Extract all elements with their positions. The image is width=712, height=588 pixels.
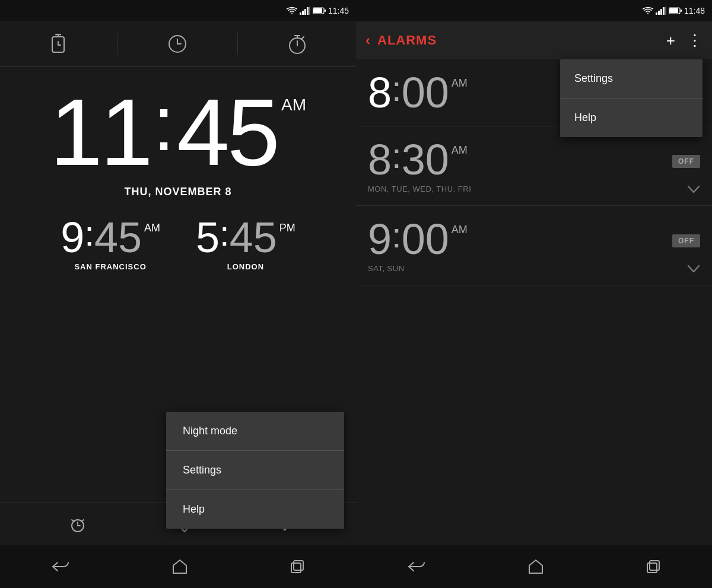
svg-rect-26	[647, 563, 657, 573]
alarm-item-2[interactable]: 8 : 30 AM OFF MON, TUE, WED, THU, FRI	[356, 126, 712, 206]
alarm-2-days: MON, TUE, WED, THU, FRI	[368, 185, 700, 193]
back-button-right[interactable]	[408, 560, 425, 573]
alarm-2-toggle[interactable]: OFF	[672, 155, 700, 168]
svg-rect-19	[658, 11, 660, 15]
alarm-1-hour: 8	[368, 71, 392, 114]
alarm-nav-icon[interactable]	[69, 516, 86, 533]
london-city: LONDON	[227, 262, 264, 271]
world-clock-sf: 9 : 45 AM SAN FRANCISCO	[61, 216, 160, 271]
alarm-2-hour: 8	[368, 138, 392, 181]
stopwatch-icon[interactable]	[287, 33, 307, 55]
svg-rect-27	[650, 561, 659, 570]
alarm-1-colon: :	[392, 71, 402, 107]
main-minute: 45	[177, 85, 278, 180]
right-status-icons: 11:48	[643, 6, 705, 15]
back-arrow[interactable]: ‹	[365, 32, 370, 49]
home-button-left[interactable]	[172, 559, 187, 574]
alarm-2-ampm: AM	[452, 144, 468, 157]
alarm-3-ampm: AM	[452, 224, 468, 236]
right-header: ‹ ALARMS + ⋮	[356, 21, 712, 59]
nav-divider-1	[117, 33, 117, 55]
alarm-2-minute: 30	[402, 138, 449, 181]
sf-minute: 45	[94, 216, 142, 259]
recents-button-left[interactable]	[290, 560, 304, 574]
alarm-time-row-3: 9 : 00 AM OFF	[368, 218, 700, 260]
left-status-bar: 11:45	[0, 0, 356, 21]
left-system-nav	[0, 545, 356, 588]
sf-city: SAN FRANCISCO	[74, 262, 146, 271]
right-status-bar: 11:48	[356, 0, 712, 21]
recents-button-right[interactable]	[646, 560, 660, 574]
svg-rect-22	[665, 7, 666, 15]
svg-rect-25	[681, 9, 682, 12]
timer-icon[interactable]	[49, 33, 68, 55]
alarm-time-row-2: 8 : 30 AM OFF	[368, 138, 700, 181]
right-system-nav	[356, 545, 712, 588]
alarm-2-expand-icon[interactable]	[687, 185, 700, 193]
alarm-item-3[interactable]: 9 : 00 AM OFF SAT, SUN	[356, 206, 712, 285]
london-hour: 5	[196, 216, 220, 259]
wifi-icon	[287, 7, 297, 15]
alarm-time-1: 8 : 00 AM	[368, 71, 468, 114]
svg-rect-16	[291, 563, 301, 573]
svg-rect-0	[300, 12, 301, 15]
add-alarm-button[interactable]: +	[666, 31, 675, 50]
alarm-1-ampm: AM	[452, 77, 468, 90]
main-time: 11 : 45 AM	[50, 85, 306, 180]
left-status-right: 11:45	[287, 6, 349, 15]
london-ampm: PM	[279, 222, 295, 234]
alarm-3-minute: 00	[402, 218, 449, 260]
sf-ampm: AM	[144, 222, 160, 234]
main-colon: :	[153, 85, 174, 162]
svg-rect-21	[663, 7, 665, 15]
back-button-left[interactable]	[52, 560, 69, 573]
wifi-icon-right	[643, 7, 653, 15]
left-status-time: 11:45	[328, 6, 349, 15]
nav-divider-2	[237, 33, 238, 55]
signal-icon-right	[656, 7, 666, 15]
battery-icon	[313, 7, 326, 14]
svg-rect-18	[656, 12, 657, 15]
svg-rect-3	[307, 7, 309, 15]
svg-rect-17	[294, 561, 303, 570]
night-mode-menu-item[interactable]: Night mode	[166, 412, 344, 451]
alarm-time-3: 9 : 00 AM	[368, 218, 468, 260]
left-panel: 11:45	[0, 0, 356, 588]
left-context-menu: Night mode Settings Help	[166, 412, 344, 529]
clock-icon[interactable]	[167, 34, 187, 54]
world-time-london: 5 : 45 PM	[196, 216, 295, 259]
alarm-3-expand-icon[interactable]	[687, 265, 700, 273]
world-clock-london: 5 : 45 PM LONDON	[196, 216, 295, 271]
sf-hour: 9	[61, 216, 84, 259]
alarm-3-colon: :	[392, 218, 402, 253]
svg-rect-4	[309, 7, 310, 15]
svg-rect-1	[302, 11, 304, 15]
settings-menu-item-right[interactable]: Settings	[560, 59, 703, 98]
home-button-right[interactable]	[528, 559, 543, 574]
main-ampm: AM	[281, 96, 306, 115]
signal-icon	[300, 7, 310, 15]
svg-rect-2	[304, 9, 306, 15]
svg-rect-24	[669, 8, 678, 13]
right-status-time: 11:48	[684, 6, 705, 15]
world-time-sf: 9 : 45 AM	[61, 216, 160, 259]
more-options-button[interactable]: ⋮	[687, 31, 703, 50]
alarm-time-2: 8 : 30 AM	[368, 138, 468, 181]
svg-rect-7	[325, 9, 326, 12]
world-clocks: 9 : 45 AM SAN FRANCISCO 5 : 45 PM LONDON	[61, 216, 295, 271]
svg-rect-20	[660, 9, 662, 15]
main-date: THU, NOVEMBER 8	[124, 186, 231, 198]
alarm-2-colon: :	[392, 138, 402, 174]
svg-rect-6	[313, 8, 322, 13]
left-top-nav	[0, 21, 356, 67]
help-menu-item-left[interactable]: Help	[166, 490, 344, 529]
alarm-3-toggle[interactable]: OFF	[672, 234, 700, 247]
sf-colon: :	[84, 216, 94, 252]
alarm-3-days: SAT, SUN	[368, 264, 700, 273]
settings-menu-item-left[interactable]: Settings	[166, 451, 344, 490]
right-panel: 11:48 ‹ ALARMS + ⋮ 8 : 00 AM	[356, 0, 712, 588]
alarm-1-minute: 00	[402, 71, 449, 114]
alarms-title: ALARMS	[377, 33, 659, 48]
header-icons: + ⋮	[666, 31, 703, 50]
help-menu-item-right[interactable]: Help	[560, 98, 703, 137]
